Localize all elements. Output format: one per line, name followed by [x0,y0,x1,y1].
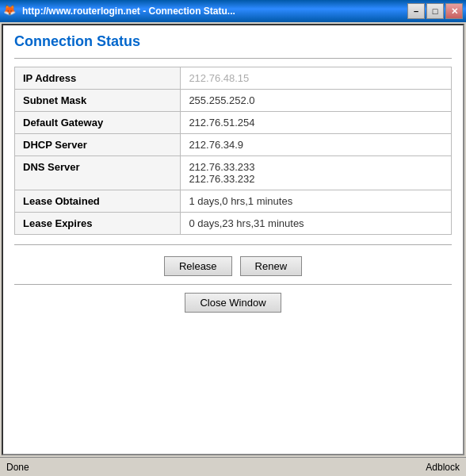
table-row: IP Address212.76.48.15 [15,67,452,90]
close-window-button[interactable]: Close Window [185,293,281,313]
title-bar: 🦊 http://www.routerlogin.net - Connectio… [0,0,466,22]
maximize-button[interactable]: □ [426,3,444,19]
page-content: Connection Status IP Address212.76.48.15… [3,25,463,454]
status-bar: Done Adblock [0,457,466,476]
table-row: Lease Expires0 days,23 hrs,31 minutes [15,213,452,235]
row-label: IP Address [15,67,181,90]
action-buttons-row: Release Renew [14,256,452,276]
window-close-button[interactable]: ✕ [445,3,463,19]
top-divider [14,58,452,59]
renew-button[interactable]: Renew [240,256,302,276]
table-row: Lease Obtained1 days,0 hrs,1 minutes [15,190,452,213]
release-button[interactable]: Release [164,256,232,276]
row-value: 212.76.33.233212.76.33.232 [181,156,452,190]
mid-divider [14,244,452,245]
row-value: 0 days,23 hrs,31 minutes [181,213,452,235]
row-label: Subnet Mask [15,90,181,112]
row-value: 212.76.34.9 [181,134,452,156]
row-label: Lease Obtained [15,190,181,213]
row-value: 255.255.252.0 [181,90,452,112]
row-value: 212.76.48.15 [181,67,452,90]
row-value: 212.76.51.254 [181,112,452,134]
title-bar-buttons: – □ ✕ [407,3,463,19]
browser-content: Connection Status IP Address212.76.48.15… [2,24,464,455]
status-right: Adblock [426,462,460,473]
table-row: Default Gateway212.76.51.254 [15,112,452,134]
row-label: DHCP Server [15,134,181,156]
table-row: DHCP Server212.76.34.9 [15,134,452,156]
minimize-button[interactable]: – [407,3,425,19]
row-label: Default Gateway [15,112,181,134]
close-row: Close Window [14,293,452,313]
row-value: 1 days,0 hrs,1 minutes [181,190,452,213]
status-left: Done [6,462,29,473]
page-title: Connection Status [14,33,452,50]
row-label: DNS Server [15,156,181,190]
browser-icon: 🦊 [3,4,17,18]
row-label: Lease Expires [15,213,181,235]
table-row: Subnet Mask255.255.252.0 [15,90,452,112]
title-bar-text: http://www.routerlogin.net - Connection … [22,6,407,17]
connection-table: IP Address212.76.48.15Subnet Mask255.255… [14,67,452,235]
bot-divider [14,284,452,285]
table-row: DNS Server212.76.33.233212.76.33.232 [15,156,452,190]
